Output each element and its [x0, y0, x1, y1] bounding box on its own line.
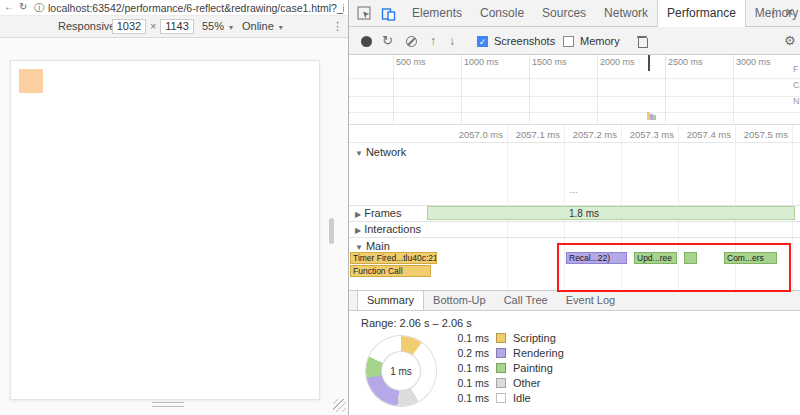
page-orange-box [19, 69, 43, 93]
chevron-down-icon: ▾ [279, 23, 283, 32]
overview-tick: 1000 ms [464, 57, 499, 67]
devtools-tabbar: Elements Console Sources Network Perform… [349, 0, 800, 27]
track-frames[interactable]: ▶Frames [355, 207, 401, 219]
screenshots-label[interactable]: Screenshots [494, 35, 555, 47]
legend-label: Painting [513, 362, 553, 374]
tab-bottom-up[interactable]: Bottom-Up [424, 291, 495, 310]
track-interactions[interactable]: ▶Interactions [355, 223, 421, 235]
clear-recording-icon[interactable] [406, 36, 417, 47]
detail-tick: 2057.0 ms [453, 129, 503, 140]
legend-label: Idle [513, 392, 531, 404]
url-text[interactable]: localhost:63542/performance/6-reflect&re… [48, 2, 344, 14]
devtools-menu-icon[interactable]: ⋮ [767, 5, 780, 20]
overview-gridline [529, 55, 530, 125]
chevron-closed-icon: ▶ [355, 226, 361, 235]
back-icon[interactable]: ← [4, 1, 14, 12]
tab-console[interactable]: Console [471, 0, 533, 27]
browser-address-bar: ← ↻ ⓘ localhost:63542/performance/6-refl… [0, 0, 348, 16]
memory-label[interactable]: Memory [580, 35, 620, 47]
track-frames-label: Frames [364, 207, 401, 219]
scripting-swatch-icon [496, 333, 506, 343]
track-network[interactable]: ▼Network [355, 146, 406, 158]
tab-performance[interactable]: Performance [657, 0, 746, 27]
track-main[interactable]: ▼Main [355, 240, 390, 252]
overview-tick: 2000 ms [600, 57, 635, 67]
network-throttle-label: Online [242, 20, 274, 32]
corner-resize-handle[interactable] [333, 399, 346, 412]
donut-total: 1 ms [382, 352, 420, 390]
devtools-tabs: Elements Console Sources Network Perform… [403, 0, 800, 27]
viewport-height-input[interactable]: 1143 [160, 19, 194, 34]
overview-selection-marker[interactable] [648, 55, 650, 71]
tab-elements[interactable]: Elements [403, 0, 471, 27]
reload-icon[interactable]: ↻ [19, 1, 27, 12]
overview-tick: 3000 ms [736, 57, 771, 67]
viewport-resize-handle[interactable] [152, 402, 184, 407]
legend-value: 0.2 ms [453, 347, 489, 359]
gear-icon[interactable]: ⚙ [784, 34, 796, 47]
overview-tick: 2500 ms [668, 57, 703, 67]
screenshot-strip-dots: … [569, 185, 579, 195]
zoom-select[interactable]: 55% ▾ [202, 20, 233, 32]
chevron-down-icon: ▾ [229, 23, 233, 32]
overview-lane-divider [349, 78, 800, 79]
tab-event-log[interactable]: Event Log [557, 291, 625, 310]
annotation-red-box [557, 243, 791, 292]
viewport-width-input[interactable]: 1032 [112, 19, 146, 34]
tab-call-tree[interactable]: Call Tree [495, 291, 557, 310]
track-interactions-label: Interactions [364, 223, 421, 235]
dimension-times-icon: × [150, 20, 156, 32]
legend-item-rendering: 0.2 ms Rendering [453, 346, 564, 359]
zoom-label: 55% [202, 20, 224, 32]
cpu-lane-label: C [793, 80, 800, 90]
tab-summary[interactable]: Summary [357, 291, 424, 310]
other-swatch-icon [496, 378, 506, 388]
overview-lane-divider [349, 96, 800, 97]
close-icon[interactable]: ✕ [785, 6, 794, 19]
legend-item-other: 0.1 ms Other [453, 376, 541, 389]
legend-label: Scripting [513, 332, 556, 344]
chevron-open-icon: ▼ [355, 243, 363, 252]
legend-value: 0.1 ms [453, 377, 489, 389]
overview-gridline [665, 55, 666, 125]
overview-gridline [393, 55, 394, 125]
flame-function-call[interactable]: Function Call [350, 265, 431, 277]
track-network-label: Network [366, 146, 406, 158]
frames-duration-bar[interactable] [427, 206, 795, 220]
range-text: Range: 2.06 s – 2.06 s [361, 317, 472, 329]
chevron-closed-icon: ▶ [355, 210, 361, 219]
legend-value: 0.1 ms [453, 332, 489, 344]
frames-duration-text: 1.8 ms [569, 208, 599, 219]
legend-label: Rendering [513, 347, 564, 359]
inspect-element-icon[interactable] [357, 6, 372, 25]
page-vertical-scrollbar[interactable] [329, 218, 334, 244]
load-profile-icon[interactable]: ↑ [430, 35, 436, 48]
memory-checkbox[interactable] [563, 36, 574, 47]
tab-sources[interactable]: Sources [533, 0, 595, 27]
track-divider [349, 237, 800, 238]
overview-gridline [733, 55, 734, 125]
chevron-open-icon: ▼ [355, 149, 363, 158]
record-button[interactable] [361, 36, 372, 47]
details-tabbar: Summary Bottom-Up Call Tree Event Log [349, 290, 800, 311]
net-lane-label: N [793, 96, 800, 106]
screenshots-checkbox[interactable]: ✓ [477, 36, 488, 47]
info-icon[interactable]: ⓘ [34, 1, 44, 15]
device-toolbar-more-icon[interactable]: ⋮ [332, 20, 343, 33]
devtools-panel: Elements Console Sources Network Perform… [348, 0, 800, 415]
track-divider [349, 221, 800, 222]
legend-item-painting: 0.1 ms Painting [453, 361, 553, 374]
detail-tick: 2057.3 ms [624, 129, 674, 140]
reload-profile-icon[interactable]: ↻ [382, 34, 393, 47]
flame-timer-fired[interactable]: Timer Fired...tlu40c:21) [350, 252, 437, 264]
tab-network[interactable]: Network [595, 0, 657, 27]
garbage-collect-icon[interactable] [637, 35, 647, 48]
save-profile-icon[interactable]: ↓ [449, 35, 455, 48]
overview-tick: 1500 ms [532, 57, 567, 67]
page-preview[interactable] [10, 60, 320, 400]
device-toolbar-toggle-icon[interactable] [381, 6, 396, 25]
network-throttle-select[interactable]: Online ▾ [242, 20, 283, 32]
overview-gridline [597, 55, 598, 125]
fps-lane-label: F [793, 64, 799, 74]
browser-left-pane: ← ↻ ⓘ localhost:63542/performance/6-refl… [0, 0, 348, 415]
